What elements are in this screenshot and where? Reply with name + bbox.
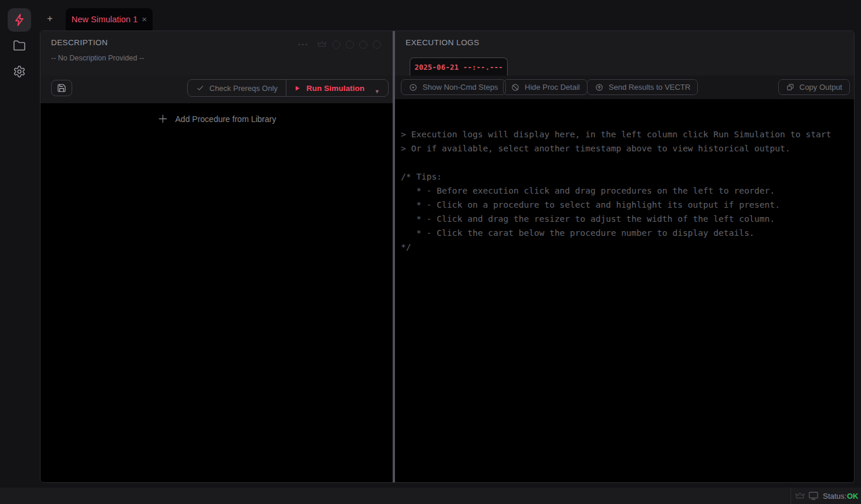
save-button[interactable] <box>51 80 72 96</box>
description-panel: DESCRIPTION -- No Description Provided -… <box>40 31 393 482</box>
close-icon[interactable]: × <box>142 15 147 23</box>
more-options-icon[interactable]: ⋯ <box>298 40 308 49</box>
description-header: DESCRIPTION -- No Description Provided -… <box>40 31 393 76</box>
copy-icon <box>786 83 795 92</box>
console-line: > Or if available, select another timest… <box>401 141 854 155</box>
save-icon <box>57 83 66 93</box>
console-line: * - Click and drag the resizer to adjust… <box>401 212 854 226</box>
tab-new-simulation[interactable]: New Simulation 1 × <box>66 8 153 31</box>
run-simulation-button[interactable]: Run Simulation ▼ <box>286 80 388 96</box>
rating-circle[interactable] <box>332 40 340 49</box>
upload-circle-icon <box>595 83 604 92</box>
plus-icon <box>157 113 168 124</box>
rating-circle[interactable] <box>373 40 381 49</box>
crown-rating-icon[interactable] <box>317 39 327 49</box>
console-line: * - Click the carat below the procedure … <box>401 226 854 240</box>
show-non-cmd-steps-button[interactable]: Show Non-Cmd Steps <box>401 79 506 95</box>
timestamp-tab[interactable]: 2025-06-21 --:--.--- <box>410 57 508 76</box>
tab-label: New Simulation 1 <box>72 15 138 24</box>
execution-logs-header: EXECUTION LOGS 2025-06-21 --:--.--- <box>395 31 854 76</box>
description-toolbar: Check Prereqs Only Run Simulation ▼ <box>40 76 393 103</box>
check-prereqs-button[interactable]: Check Prereqs Only <box>188 80 286 96</box>
console-line: * - Before execution click and drag proc… <box>401 184 854 198</box>
send-results-to-vectr-button[interactable]: Send Results to VECTR <box>587 79 698 95</box>
add-procedure-button[interactable]: Add Procedure from Library <box>40 113 393 124</box>
hide-proc-detail-button[interactable]: Hide Proc Detail <box>503 79 587 95</box>
description-title: DESCRIPTION <box>51 38 108 47</box>
monitor-icon <box>808 491 819 501</box>
status-bar-divider <box>791 488 791 504</box>
execution-logs-panel: EXECUTION LOGS 2025-06-21 --:--.--- Show… <box>395 31 854 482</box>
lightning-bolt-icon <box>12 13 26 27</box>
send-results-to-vectr-label: Send Results to VECTR <box>609 83 690 92</box>
add-procedure-label: Add Procedure from Library <box>175 114 276 124</box>
rating-circle[interactable] <box>346 40 354 49</box>
execution-toolbar: Show Non-Cmd Steps Hide Proc Detail <box>395 76 854 99</box>
app-logo-button[interactable] <box>8 8 31 32</box>
play-icon <box>293 84 301 92</box>
crown-icon <box>795 491 805 501</box>
check-prereqs-label: Check Prereqs Only <box>210 84 278 93</box>
run-dropdown-arrow-icon[interactable]: ▼ <box>374 89 380 94</box>
timestamp-label: 2025-06-21 --:--.--- <box>414 63 503 72</box>
execution-logs-title: EXECUTION LOGS <box>406 38 480 47</box>
status-label: Status: <box>823 492 846 500</box>
run-button-group: Check Prereqs Only Run Simulation ▼ <box>187 79 389 97</box>
console-output: > Execution logs will display here, in t… <box>395 99 854 482</box>
copy-output-label: Copy Output <box>799 83 842 92</box>
eye-icon <box>408 83 418 92</box>
console-line <box>401 155 854 170</box>
app-sidebar <box>0 0 39 504</box>
show-non-cmd-steps-label: Show Non-Cmd Steps <box>423 83 498 92</box>
gear-icon[interactable] <box>13 65 26 78</box>
console-line: */ <box>401 240 854 254</box>
status-bar: Status: OK <box>0 488 861 504</box>
copy-output-button[interactable]: Copy Output <box>778 79 850 95</box>
description-placeholder: -- No Description Provided -- <box>51 54 144 62</box>
check-icon <box>196 84 204 92</box>
main-workspace: DESCRIPTION -- No Description Provided -… <box>40 31 855 483</box>
description-header-actions: ⋯ <box>298 39 381 49</box>
console-line: * - Click on a procedure to select and h… <box>401 198 854 212</box>
rating-circle[interactable] <box>359 40 367 49</box>
folder-icon[interactable] <box>13 39 26 52</box>
procedures-area: Add Procedure from Library <box>40 103 393 482</box>
run-simulation-label: Run Simulation <box>306 84 364 93</box>
new-tab-button[interactable]: + <box>45 13 55 25</box>
console-line: /* Tips: <box>401 170 854 184</box>
console-line: > Execution logs will display here, in t… <box>401 127 854 141</box>
hide-proc-detail-label: Hide Proc Detail <box>525 83 580 92</box>
status-value: OK <box>847 492 859 500</box>
eye-off-icon <box>511 83 520 92</box>
